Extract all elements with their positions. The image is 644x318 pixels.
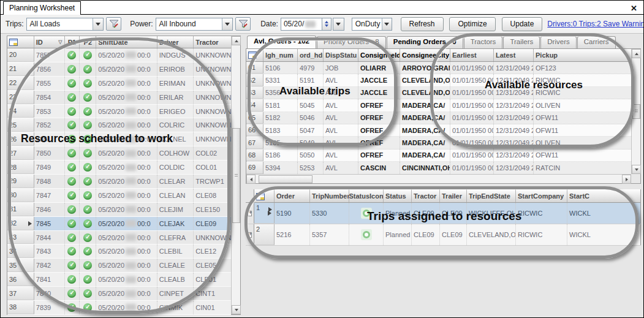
column-header-id[interactable]: ID▽ xyxy=(34,36,65,48)
trips-dropdown-arrow[interactable] xyxy=(93,18,103,30)
table-row[interactable]: 61 5106 4979 JOB OLIARR ARROYO GRAND... … xyxy=(246,62,631,74)
orders-horizontal-scrollbar[interactable] xyxy=(246,174,631,183)
trips-filter-button[interactable] xyxy=(106,17,122,31)
scroll-up-button[interactable] xyxy=(232,36,241,45)
power-filter-button[interactable] xyxy=(235,17,251,31)
power-dropdown-arrow[interactable] xyxy=(222,18,232,30)
scroll-up-button[interactable] xyxy=(632,49,641,58)
column-header-p1[interactable]: P1 xyxy=(65,36,80,48)
column-header-status[interactable]: Status xyxy=(384,189,412,202)
cell-pickup: OLIVEN xyxy=(534,137,631,148)
resources-vertical-scrollbar[interactable] xyxy=(231,36,240,314)
column-header-startcity[interactable]: StartC xyxy=(567,189,641,202)
column-header-consigneecity[interactable]: ConsigneeCity xyxy=(400,49,450,61)
close-icon[interactable]: ✕ xyxy=(631,4,637,13)
table-row[interactable]: 21 7856 05/20/2000:0 ERIROB UNKNOWN xyxy=(7,62,231,77)
orders-vertical-scrollbar[interactable] xyxy=(631,49,640,174)
duty-dropdown[interactable]: OnDuty xyxy=(352,18,392,31)
table-row[interactable]: 32 7845 05/20/2000:0 CLEJAK CLE09 xyxy=(7,217,231,231)
table-row[interactable]: 62 5331 5191 AVL JACCLE CLEVELAND,OH/ 01… xyxy=(246,74,631,86)
table-row[interactable]: 25 7852 05/20/2000:0 COLRIC UNKNOWN xyxy=(7,118,231,132)
orders-tab[interactable]: Priority Orders - 8 xyxy=(317,36,386,48)
orders-tab[interactable]: Pending Orders - 0 xyxy=(387,36,463,48)
refresh-button[interactable]: Refresh xyxy=(401,17,444,31)
column-header-tractor[interactable]: Tractor xyxy=(194,36,231,48)
field-chooser-button[interactable] xyxy=(246,49,263,61)
table-row[interactable]: 20 7857 05/20/2000:0 INDGUS UNKNOWN xyxy=(7,48,231,62)
orders-tab[interactable]: Drivers xyxy=(540,36,576,48)
table-row[interactable]: 65 5182 5046 AVL OFREF MADERA,CA/ 01/01/… xyxy=(246,112,631,124)
cell-shiftdate: 05/20/2000:0 xyxy=(96,146,157,160)
scroll-left-button[interactable] xyxy=(246,175,256,184)
date-spinner[interactable] xyxy=(322,18,331,31)
table-row[interactable]: 69 5394 5253 AVL CASCIN CINCINNATI,OH/ 0… xyxy=(246,162,631,174)
field-chooser-button[interactable] xyxy=(254,189,275,202)
orders-tab[interactable]: Tractors xyxy=(464,36,503,48)
table-row[interactable]: 66 5183 5047 AVL OFREF MADERA,CA/ 01/01/… xyxy=(246,124,631,137)
table-row[interactable]: 35 7842 05/20/2000:0 CLEALE CLE05 xyxy=(7,259,231,273)
table-row[interactable]: 2 5216 5357 Planned CLE09 CLE09 CLEVELAN… xyxy=(246,224,641,246)
table-row[interactable]: 1 5190 5330 Planned CLE09 CLE09 WICKLIFF… xyxy=(246,203,641,224)
table-row[interactable]: 37 7840 05/20/2000:0 CINPET CINT1 xyxy=(7,287,231,301)
cell-p1 xyxy=(65,244,80,258)
orders-tab[interactable]: Carriers xyxy=(577,36,616,48)
table-row[interactable]: 28 7849 05/20/2000:0 COLDIC COL01 xyxy=(7,161,231,175)
column-header-lgh-num[interactable]: lgh_num xyxy=(263,49,298,61)
table-row[interactable]: 24 7853 05/20/2000:0 ERIGEO UNKNOWN xyxy=(7,105,231,119)
column-header-order[interactable]: Order xyxy=(275,189,310,202)
scroll-thumb[interactable] xyxy=(259,175,313,183)
orders-tab[interactable]: Avl. Orders - 102 xyxy=(247,36,316,48)
table-row[interactable]: 26 7851 05/20/2000:0 COLNEL UNKNOWN xyxy=(7,132,231,146)
cell-lgh-num: 5182 xyxy=(263,112,298,124)
table-row[interactable]: 38 7839 05/20/2000:0 CINMIK CIN01 xyxy=(7,301,231,315)
column-header-trailer[interactable]: Trailer xyxy=(440,189,467,202)
table-row[interactable]: 30 7847 05/20/2000:0 CLELAN CLE08 xyxy=(7,189,231,203)
table-row[interactable]: 63 5356 AVL JACCLE CLEVELAND,OH/ 01/01/1… xyxy=(246,87,631,99)
column-header-ord-hdr[interactable]: ord_hdr xyxy=(298,49,324,61)
column-header-tripendstate[interactable]: TripEndState xyxy=(467,189,516,202)
column-header-driver[interactable]: Driver xyxy=(157,36,194,48)
column-header-earliest[interactable]: Earliest xyxy=(450,49,494,61)
table-row[interactable]: 34 7843 05/20/2000:0 CLEBIL CLE12 xyxy=(7,244,231,259)
check-icon xyxy=(83,303,92,312)
cell-consigneecity: ARROYO GRAND... xyxy=(400,62,450,74)
duty-dropdown-arrow[interactable] xyxy=(382,18,392,30)
column-header-consigneeid[interactable]: ConsigneeId xyxy=(358,49,400,61)
scroll-thumb[interactable] xyxy=(632,104,640,119)
save-warning-link[interactable]: Drivers:0 Trips:2 Save Warnin xyxy=(547,20,643,28)
scroll-down-button[interactable] xyxy=(632,165,641,174)
trips-dropdown[interactable]: All Loads xyxy=(26,18,104,31)
update-button[interactable]: Update xyxy=(502,17,543,31)
column-header-shiftdate[interactable]: ShiftDate xyxy=(96,36,157,48)
row-expander[interactable] xyxy=(246,203,254,224)
optimize-button[interactable]: Optimize xyxy=(449,17,495,31)
table-row[interactable]: 29 7848 05/20/2000:0 CLELAR TRCWP1 xyxy=(7,175,231,189)
date-dropdown-button[interactable] xyxy=(333,18,344,31)
table-row[interactable]: 36 7841 05/20/2000:0 CLEALB CLE01 xyxy=(7,273,231,287)
column-header-pickup[interactable]: Pickup xyxy=(534,49,631,61)
power-dropdown[interactable]: All Inbound xyxy=(156,18,233,31)
table-row[interactable]: 68 5186 5050 AVL OFREF MADERA,CA/ 01/01/… xyxy=(246,150,631,162)
column-header-statusicon[interactable]: StatusIcon xyxy=(349,189,384,202)
table-row[interactable]: 23 7854 05/20/2000:0 ERILAR UNKNOWN xyxy=(7,91,231,105)
scroll-thumb[interactable] xyxy=(232,128,240,223)
column-header-latest[interactable]: Latest xyxy=(494,49,534,61)
column-header-startcompany[interactable]: StartCompany xyxy=(516,189,567,202)
tab-planning-worksheet[interactable]: Planning Worksheet xyxy=(3,1,81,15)
row-expander[interactable] xyxy=(246,224,254,245)
table-row[interactable]: 22 7855 05/20/2000:0 ERIMAN UNKNOWN xyxy=(7,77,231,91)
table-row[interactable]: 64 5181 5045 AVL OFREF MADERA,CA/ 01/01/… xyxy=(246,99,631,112)
orders-tab[interactable]: Trailers xyxy=(503,36,540,48)
date-input[interactable]: 05/20/ xyxy=(281,18,322,31)
table-row[interactable]: 31 7846 05/20/2000:0 CLEJIM CLE150 xyxy=(7,203,231,217)
table-row[interactable]: 27 7850 05/20/2000:0 COLHOW COL02 xyxy=(7,146,231,161)
column-header-dispstatus[interactable]: DispStatu xyxy=(324,49,358,61)
field-chooser-button[interactable] xyxy=(7,36,34,48)
scroll-down-button[interactable] xyxy=(232,305,241,314)
column-header-tractor[interactable]: Tractor xyxy=(412,189,440,202)
table-row[interactable]: 33 7844 05/20/2000:0 CLEFRA UNKNOWN xyxy=(7,231,231,245)
column-header-tripnumber[interactable]: TripNumber xyxy=(310,189,349,202)
table-row[interactable]: 67 5185 5049 AVL OFREF MADERA,CA/ 01/01/… xyxy=(246,137,631,149)
scroll-right-button[interactable] xyxy=(622,175,631,184)
column-header-p2[interactable]: P2 xyxy=(80,36,96,48)
